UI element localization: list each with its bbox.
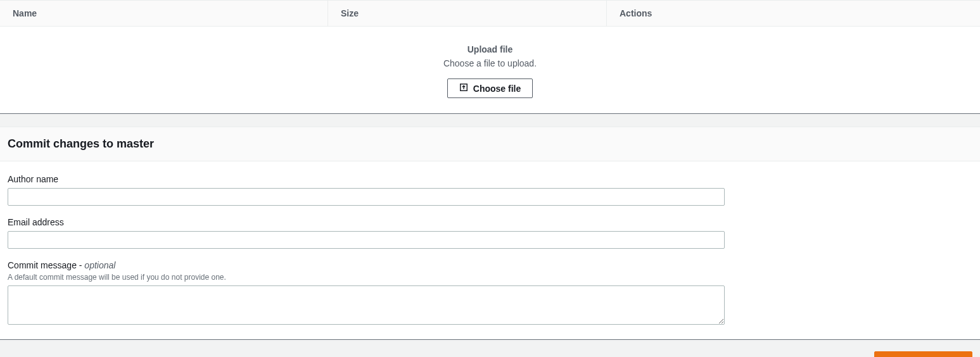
commit-message-textarea[interactable] bbox=[8, 285, 725, 325]
choose-file-button[interactable]: Choose file bbox=[447, 78, 533, 98]
commit-section: Commit changes to master Author name Ema… bbox=[0, 127, 980, 340]
commit-message-label-text: Commit message - bbox=[8, 260, 84, 270]
commit-message-optional: optional bbox=[84, 260, 115, 270]
choose-file-label: Choose file bbox=[473, 84, 521, 94]
cancel-button[interactable]: Cancel bbox=[812, 351, 867, 357]
file-table-section: Name Size Actions Upload file Choose a f… bbox=[0, 0, 980, 114]
email-input[interactable] bbox=[8, 231, 725, 249]
commit-form: Author name Email address Commit message… bbox=[0, 161, 980, 339]
author-name-group: Author name bbox=[8, 174, 972, 206]
commit-message-hint: A default commit message will be used if… bbox=[8, 273, 972, 282]
commit-heading: Commit changes to master bbox=[8, 137, 972, 151]
footer-actions: Cancel Commit changes bbox=[0, 340, 980, 357]
file-table-header: Name Size Actions bbox=[0, 0, 980, 27]
column-header-size: Size bbox=[328, 1, 607, 26]
section-gap bbox=[0, 114, 980, 127]
upload-subtitle: Choose a file to upload. bbox=[0, 58, 980, 68]
column-header-actions: Actions bbox=[607, 1, 980, 26]
commit-section-header: Commit changes to master bbox=[0, 127, 980, 161]
column-header-name: Name bbox=[0, 1, 328, 26]
email-label: Email address bbox=[8, 217, 972, 227]
upload-file-area: Upload file Choose a file to upload. Cho… bbox=[0, 27, 980, 114]
commit-message-label: Commit message - optional bbox=[8, 260, 972, 270]
commit-message-group: Commit message - optional A default comm… bbox=[8, 260, 972, 327]
upload-title: Upload file bbox=[0, 44, 980, 54]
email-group: Email address bbox=[8, 217, 972, 249]
author-name-label: Author name bbox=[8, 174, 972, 184]
upload-icon bbox=[459, 83, 468, 94]
author-name-input[interactable] bbox=[8, 188, 725, 206]
commit-changes-button[interactable]: Commit changes bbox=[874, 351, 972, 357]
